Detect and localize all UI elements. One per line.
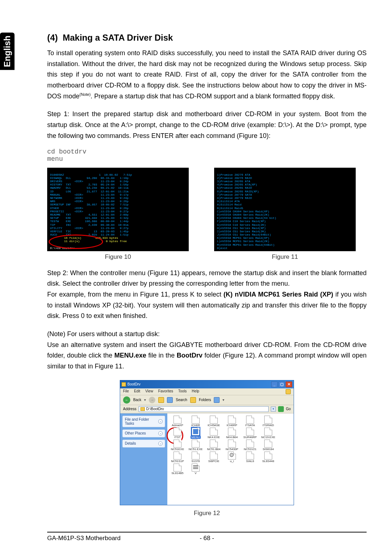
address-field[interactable]: D:\BootDrv — [139, 406, 269, 412]
menu-help[interactable]: Help — [192, 389, 199, 394]
folders-label[interactable]: Folders — [199, 398, 211, 402]
file-item[interactable]: NK4.EXE — [205, 428, 222, 439]
menu-file[interactable]: File — [123, 389, 129, 394]
file-item[interactable]: SL814B5 — [169, 464, 186, 475]
file-icon — [246, 416, 254, 424]
note-bold-menu-exe: MENU.exe — [114, 352, 146, 359]
file-icon — [210, 428, 218, 436]
chevron-down-icon[interactable]: ⌄ — [158, 431, 163, 436]
file-label: NK4.B64 — [226, 436, 238, 439]
figure12-wrap: BootDrv _ ▢ ✕ File Edit View Favorites T… — [47, 380, 367, 517]
main-content: (4) Making a SATA Driver Disk To install… — [47, 33, 367, 517]
file-label: NC5430P — [226, 448, 238, 451]
side-other-places[interactable]: Other Places ⌄ — [122, 429, 165, 437]
forward-button[interactable]: → — [149, 397, 155, 403]
file-icon — [228, 440, 236, 448]
file-item[interactable]: AdmaXP — [169, 416, 186, 427]
controller-menu-list: 1)Promise 20276 ATA 2)Promise 20276 RAID… — [217, 173, 276, 250]
go-label[interactable]: Go — [286, 407, 291, 411]
chevron-down-icon[interactable]: ⌄ — [158, 441, 163, 446]
file-item[interactable]: NC51V21 — [241, 440, 259, 451]
menu-view[interactable]: View — [145, 389, 153, 394]
file-label: SI8PCIE — [208, 460, 220, 463]
file-item[interactable]: SIAL8 — [241, 452, 259, 463]
figure10-wrap: D100DSKZ 1 10-08-02 7:51p DISWHQL DLL 94… — [47, 168, 189, 261]
file-item[interactable]: ICH6R — [187, 416, 204, 427]
file-label: V — [195, 472, 196, 475]
side-file-folder-tasks[interactable]: File and Folder Tasks ⌄ — [122, 416, 165, 427]
file-label: NC51S1P — [171, 460, 184, 463]
menu-tools[interactable]: Tools — [178, 389, 187, 394]
file-list-area[interactable]: AdmaXPICH6RICH5ASEICH6RPITSATAITSRAIDITS… — [167, 413, 294, 505]
file-item[interactable]: SIS8184 — [260, 440, 277, 451]
views-dropdown-icon[interactable]: ▾ — [222, 398, 224, 402]
window-title: BootDrv — [127, 382, 140, 386]
file-item[interactable]: NC51.EXE — [187, 440, 204, 451]
file-item[interactable]: SI8PCIE — [205, 452, 222, 463]
file-icon — [246, 452, 254, 460]
minimize-button[interactable]: _ — [271, 381, 278, 387]
file-label: ITSRAID — [262, 424, 274, 427]
up-folder-icon[interactable] — [158, 397, 164, 403]
side-card-label: File and Folder Tasks — [125, 417, 158, 425]
go-button-icon[interactable] — [278, 406, 284, 412]
menu-favorites[interactable]: Favorites — [158, 389, 173, 394]
file-item[interactable]: SUR46RP — [241, 428, 259, 439]
file-item[interactable]: NC51.B64 — [205, 440, 222, 451]
views-icon[interactable] — [214, 397, 220, 403]
file-item[interactable]: MENU — [187, 428, 204, 439]
file-label: ICH6R — [191, 424, 200, 427]
windows-logo-icon — [286, 389, 291, 394]
address-folder-icon — [140, 407, 145, 411]
file-icon — [264, 428, 272, 436]
file-item[interactable]: NC51S1P — [169, 452, 186, 463]
file-item[interactable]: V — [187, 464, 204, 475]
file-icon — [264, 416, 272, 424]
maximize-button[interactable]: ▢ — [278, 381, 285, 387]
search-icon[interactable] — [167, 397, 173, 403]
back-button[interactable]: ← — [123, 396, 130, 404]
cmd-cd-bootdrv: cd bootdrv — [47, 148, 86, 155]
address-label: Address — [123, 407, 136, 411]
file-item[interactable]: ICH5ASE — [205, 416, 222, 427]
figure11-caption: Figure 11 — [214, 253, 356, 261]
file-item[interactable]: S1378 — [187, 452, 204, 463]
back-label[interactable]: Back — [133, 398, 141, 402]
step2b-bold: (K) nVIDIA MCP61 Series Raid (XP) — [224, 291, 333, 298]
file-item[interactable]: NC19.EXE — [260, 428, 277, 439]
intro-paragraph: To install operating system onto RAID di… — [47, 48, 367, 102]
dos-window-figure10: D100DSKZ 1 10-08-02 7:51p DISWHQL DLL 94… — [47, 168, 189, 251]
side-panel: File and Folder Tasks ⌄ Other Places ⌄ D… — [120, 413, 167, 505]
file-item[interactable]: u_i — [223, 452, 241, 463]
file-icon — [246, 428, 254, 436]
file-item[interactable]: NK4.B64 — [223, 428, 241, 439]
file-icon — [228, 452, 236, 460]
explorer-toolbar: ← Back ▾ → Search Folders ▾ — [120, 395, 294, 405]
file-item[interactable]: NC5430P — [223, 440, 241, 451]
menu-edit[interactable]: Edit — [134, 389, 140, 394]
address-dropdown-icon[interactable]: ▾ — [271, 407, 276, 412]
file-icon — [228, 416, 236, 424]
window-buttons: _ ▢ ✕ — [271, 381, 292, 387]
toolbar-dropdown-icon[interactable]: ▾ — [144, 398, 146, 402]
side-card-label: Other Places — [125, 431, 146, 435]
explorer-body: File and Folder Tasks ⌄ Other Places ⌄ D… — [120, 413, 294, 505]
folders-icon[interactable] — [190, 397, 196, 403]
file-item[interactable]: ITSATA — [241, 416, 259, 427]
explorer-titlebar: BootDrv _ ▢ ✕ — [120, 380, 294, 388]
cmd-menu: menu — [47, 155, 63, 163]
chevron-down-icon[interactable]: ⌄ — [158, 419, 163, 424]
file-icon — [192, 440, 200, 448]
file-item[interactable]: SL8S448 — [260, 452, 277, 463]
file-item[interactable]: ICH6RP — [223, 416, 241, 427]
file-item[interactable]: ITSRAID — [260, 416, 277, 427]
file-icon — [210, 416, 218, 424]
search-label[interactable]: Search — [176, 398, 187, 402]
file-label: SL8S448 — [262, 460, 274, 463]
note-bold-bootdrv: BootDrv — [177, 352, 203, 359]
figure11-wrap: 1)Promise 20276 ATA 2)Promise 20276 RAID… — [214, 168, 356, 261]
file-label: SIAL8 — [246, 460, 254, 463]
close-button[interactable]: ✕ — [286, 381, 292, 387]
side-details[interactable]: Details ⌄ — [122, 440, 165, 448]
file-label: NC19.EXE — [261, 436, 275, 439]
